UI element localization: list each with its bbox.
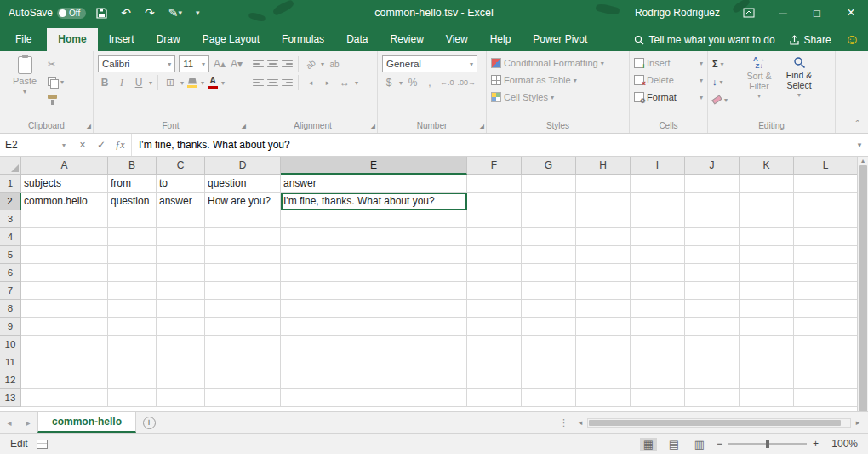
row-header-2[interactable]: 2	[0, 193, 21, 210]
cell-L3[interactable]	[794, 210, 857, 228]
row-header-1[interactable]: 1	[0, 175, 21, 193]
cell-J6[interactable]	[685, 264, 740, 282]
cell-J3[interactable]	[685, 210, 740, 228]
cell-E12[interactable]	[281, 371, 467, 389]
cell-I10[interactable]	[631, 336, 685, 353]
cell-E1[interactable]: answer	[281, 175, 467, 193]
cell-G7[interactable]	[522, 282, 576, 300]
macro-record-button[interactable]	[37, 440, 48, 449]
tab-insert[interactable]: Insert	[98, 28, 146, 51]
cell-K1[interactable]	[740, 175, 794, 193]
comma-style-button[interactable]: ,	[423, 77, 437, 89]
zoom-level[interactable]: 100%	[827, 438, 858, 450]
cell-J9[interactable]	[685, 318, 740, 336]
cell-I4[interactable]	[631, 228, 685, 246]
cell-A1[interactable]: subjects	[21, 175, 108, 193]
cell-E9[interactable]	[281, 318, 467, 336]
cell-G5[interactable]	[522, 246, 576, 264]
cell-F9[interactable]	[467, 318, 522, 336]
cell-B5[interactable]	[108, 246, 157, 264]
cell-L12[interactable]	[794, 371, 857, 389]
cell-B1[interactable]: from	[108, 175, 157, 193]
minimize-button[interactable]: ─	[766, 0, 800, 26]
feedback-smiley-icon[interactable]: ☺	[845, 32, 859, 47]
cell-K12[interactable]	[740, 371, 794, 389]
italic-button[interactable]: I	[115, 77, 128, 89]
cell-G9[interactable]	[522, 318, 576, 336]
tab-page-layout[interactable]: Page Layout	[191, 28, 271, 51]
grow-font-button[interactable]: A▴	[213, 58, 226, 70]
share-button[interactable]: Share	[789, 34, 831, 46]
align-bottom-icon[interactable]	[282, 60, 293, 68]
name-box[interactable]: E2 ▾	[0, 134, 71, 156]
cell-B7[interactable]	[108, 282, 157, 300]
bold-button[interactable]: B	[98, 77, 111, 89]
format-cells-button[interactable]: ⚙Format▾	[634, 90, 703, 104]
clear-button[interactable]: ▾	[712, 93, 738, 106]
cut-button[interactable]: ✂	[48, 57, 64, 71]
decrease-decimal-button[interactable]: .00→	[458, 78, 477, 87]
cell-K13[interactable]	[740, 389, 794, 407]
cell-B8[interactable]	[108, 300, 157, 318]
cell-J4[interactable]	[685, 228, 740, 246]
cell-C4[interactable]	[157, 228, 205, 246]
cell-K6[interactable]	[740, 264, 794, 282]
user-name[interactable]: Rodrigo Rodriguez	[635, 7, 720, 19]
cell-A12[interactable]	[21, 371, 108, 389]
cell-K3[interactable]	[740, 210, 794, 228]
cell-E2[interactable]: I'm fine, thanks. What about you?	[281, 193, 467, 210]
cell-L11[interactable]	[794, 353, 857, 371]
cell-E5[interactable]	[281, 246, 467, 264]
column-header-H[interactable]: H	[576, 157, 631, 175]
tab-power-pivot[interactable]: Power Pivot	[522, 28, 598, 51]
tab-file[interactable]: File	[0, 28, 47, 51]
cell-L4[interactable]	[794, 228, 857, 246]
cell-A5[interactable]	[21, 246, 108, 264]
cell-D5[interactable]	[205, 246, 281, 264]
insert-cells-button[interactable]: +Insert▾	[634, 56, 703, 70]
cell-L1[interactable]	[794, 175, 857, 193]
cell-K10[interactable]	[740, 336, 794, 353]
cell-D11[interactable]	[205, 353, 281, 371]
alignment-dialog-launcher[interactable]: ◢	[370, 123, 375, 130]
cell-E6[interactable]	[281, 264, 467, 282]
cell-K8[interactable]	[740, 300, 794, 318]
number-format-select[interactable]: General▾	[382, 55, 477, 72]
cell-B9[interactable]	[108, 318, 157, 336]
wrap-text-button[interactable]: ab	[328, 60, 341, 69]
cell-K11[interactable]	[740, 353, 794, 371]
cell-H5[interactable]	[576, 246, 631, 264]
paste-button[interactable]: Paste ▾	[4, 55, 45, 119]
cell-B6[interactable]	[108, 264, 157, 282]
tab-view[interactable]: View	[435, 28, 479, 51]
cell-I2[interactable]	[631, 193, 685, 210]
row-header-4[interactable]: 4	[0, 228, 21, 246]
cell-I6[interactable]	[631, 264, 685, 282]
cell-G1[interactable]	[522, 175, 576, 193]
cell-F2[interactable]	[467, 193, 522, 210]
cell-D2[interactable]: How are you?	[205, 193, 281, 210]
cell-B4[interactable]	[108, 228, 157, 246]
column-header-A[interactable]: A	[21, 157, 108, 175]
horizontal-scrollbar-thumb[interactable]	[589, 420, 841, 426]
cell-G6[interactable]	[522, 264, 576, 282]
sort-filter-button[interactable]: A→Z↓ Sort & Filter ▾	[740, 55, 778, 119]
row-header-10[interactable]: 10	[0, 336, 21, 353]
cell-C9[interactable]	[157, 318, 205, 336]
format-as-table-button[interactable]: Format as Table▾	[491, 73, 625, 87]
orientation-button[interactable]: ab	[302, 56, 318, 72]
cell-D3[interactable]	[205, 210, 281, 228]
cell-A8[interactable]	[21, 300, 108, 318]
fill-button[interactable]: ↓▾	[712, 75, 738, 89]
cell-L2[interactable]	[794, 193, 857, 210]
cell-C10[interactable]	[157, 336, 205, 353]
tab-home[interactable]: Home	[47, 28, 97, 51]
row-header-13[interactable]: 13	[0, 389, 21, 407]
save-button[interactable]	[93, 8, 111, 19]
sheet-nav-prev-button[interactable]: ◂	[0, 412, 19, 433]
find-select-button[interactable]: Find & Select ▾	[780, 55, 818, 119]
quick-access-customize-button[interactable]: ▾	[192, 9, 203, 17]
tab-data[interactable]: Data	[335, 28, 379, 51]
cell-I7[interactable]	[631, 282, 685, 300]
merge-center-button[interactable]: ↔	[338, 77, 351, 89]
